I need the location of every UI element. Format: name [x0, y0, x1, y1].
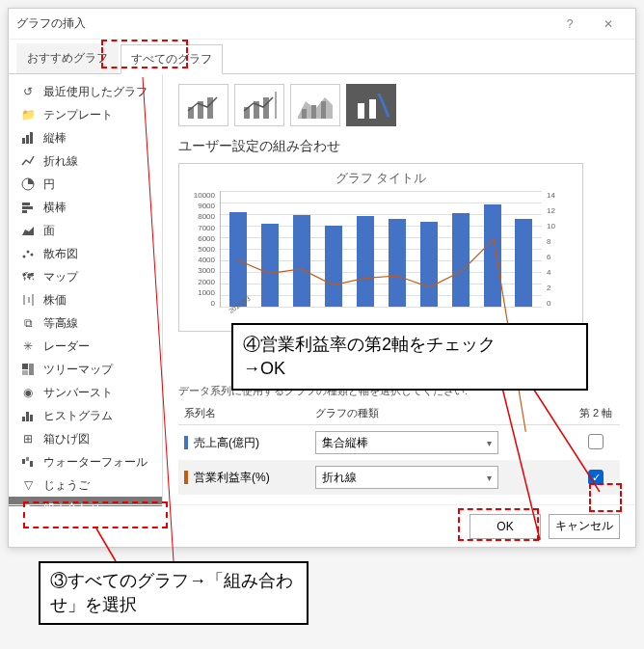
sidebar-item-radar[interactable]: ✳レーダー [9, 335, 162, 358]
subtype-combo-3[interactable] [290, 84, 340, 126]
tab-recommended[interactable]: おすすめグラフ [16, 43, 119, 73]
svg-rect-29 [263, 97, 269, 119]
map-icon: 🗺 [20, 269, 36, 284]
sidebar-item-label: テンプレート [43, 107, 113, 123]
sidebar-item-scatter[interactable]: 散布図 [9, 242, 162, 265]
subtype-selector [178, 84, 620, 126]
surface-chart-icon: ⧉ [20, 315, 36, 331]
svg-rect-34 [358, 103, 364, 119]
folder-icon: 📁 [20, 107, 36, 122]
tab-all-charts[interactable]: すべてのグラフ [121, 44, 223, 74]
svg-rect-21 [30, 461, 33, 467]
titlebar: グラフの挿入 ? ✕ [9, 9, 635, 40]
tab-bar: おすすめグラフ すべてのグラフ [9, 40, 635, 74]
sidebar-item-pie[interactable]: 円 [9, 173, 162, 196]
sidebar-item-label: ウォーターフォール [43, 454, 148, 471]
sidebar-item-boxwhisker[interactable]: ⊞箱ひげ図 [9, 427, 162, 450]
svg-rect-16 [22, 417, 25, 421]
sidebar-item-column[interactable]: 縦棒 [9, 126, 162, 149]
dialog-title: グラフの挿入 [16, 15, 550, 32]
x-axis: 2015/03 [220, 308, 542, 321]
sidebar-item-label: 株価 [43, 292, 67, 309]
annotation-step4: ④営業利益率の第2軸をチェック →OK [231, 323, 588, 391]
secondary-axis-checkbox[interactable]: ✓ [588, 470, 604, 485]
sidebar-item-label: 箱ひげ図 [43, 431, 90, 447]
sidebar-item-map[interactable]: 🗺マップ [9, 265, 162, 288]
svg-point-7 [23, 256, 26, 258]
column-chart-icon [20, 130, 36, 146]
cancel-button[interactable]: キャンセル [549, 514, 620, 539]
undo-icon: ↺ [20, 84, 36, 99]
svg-rect-31 [302, 109, 307, 119]
sidebar-item-bar[interactable]: 横棒 [9, 196, 162, 219]
svg-rect-18 [30, 415, 33, 421]
chart-type-sidebar: ↺最近使用したグラフ 📁テンプレート 縦棒 折れ線 円 横棒 面 散布図 🗺マッ… [9, 74, 163, 506]
sidebar-item-treemap[interactable]: ツリーマップ [9, 358, 162, 381]
sidebar-item-label: 折れ線 [43, 153, 78, 170]
sidebar-item-label: ヒストグラム [43, 408, 113, 424]
series-color-marker [184, 471, 188, 484]
insert-chart-dialog: グラフの挿入 ? ✕ おすすめグラフ すべてのグラフ ↺最近使用したグラフ 📁テ… [8, 8, 636, 548]
sunburst-icon: ◉ [20, 385, 36, 400]
svg-rect-6 [22, 210, 27, 213]
sidebar-item-stock[interactable]: 株価 [9, 288, 162, 311]
svg-point-9 [31, 254, 34, 257]
sidebar-item-label: サンバースト [43, 385, 113, 401]
line-chart-icon [20, 153, 36, 169]
sidebar-item-label: 縦棒 [43, 130, 67, 147]
sidebar-item-label: ツリーマップ [43, 362, 113, 378]
histogram-icon [20, 408, 36, 423]
chart-title: グラフ タイトル [187, 170, 575, 187]
treemap-icon [20, 362, 36, 377]
bar-chart-icon [20, 200, 36, 215]
area-chart-icon [20, 223, 36, 238]
plot-area [220, 191, 542, 308]
svg-rect-32 [311, 105, 316, 119]
sidebar-item-waterfall[interactable]: ウォーターフォール [9, 450, 162, 473]
help-icon[interactable]: ? [550, 11, 589, 38]
sidebar-item-funnel[interactable]: ▽じょうご [9, 473, 162, 497]
scatter-chart-icon [20, 246, 36, 261]
sidebar-item-recent[interactable]: ↺最近使用したグラフ [9, 80, 162, 103]
svg-rect-4 [22, 203, 30, 205]
svg-rect-20 [26, 457, 29, 461]
waterfall-icon [20, 454, 36, 470]
sidebar-item-sunburst[interactable]: ◉サンバースト [9, 381, 162, 404]
svg-rect-1 [26, 135, 29, 144]
svg-rect-33 [321, 101, 326, 119]
sidebar-item-label: じょうご [43, 477, 90, 494]
sidebar-item-label: 円 [43, 176, 55, 193]
svg-point-8 [27, 251, 30, 254]
y-axis-secondary: 14121086420 [544, 191, 575, 308]
annotation-step3: ③すべてのグラフ→「組み合わせ」を選択 [39, 561, 309, 625]
sidebar-item-area[interactable]: 面 [9, 219, 162, 242]
svg-rect-26 [207, 97, 213, 119]
svg-rect-15 [22, 370, 28, 375]
pie-chart-icon [20, 176, 36, 192]
subtype-combo-1[interactable] [178, 84, 228, 126]
close-icon[interactable]: ✕ [589, 11, 628, 38]
radar-chart-icon: ✳ [20, 338, 36, 354]
sidebar-item-label: 最近使用したグラフ [43, 84, 148, 100]
secondary-axis-checkbox[interactable] [588, 434, 604, 449]
series-color-marker [184, 436, 188, 449]
sidebar-item-surface[interactable]: ⧉等高線 [9, 311, 162, 335]
col-secondary-axis: 第 2 軸 [572, 402, 620, 425]
subtype-combo-2[interactable] [234, 84, 284, 126]
box-whisker-icon: ⊞ [20, 431, 36, 446]
svg-rect-19 [22, 459, 25, 464]
sidebar-item-line[interactable]: 折れ線 [9, 149, 162, 173]
sidebar-item-label: マップ [43, 269, 78, 285]
svg-rect-0 [22, 138, 25, 144]
sidebar-item-label: 面 [43, 223, 55, 239]
svg-rect-5 [22, 206, 33, 209]
ok-button[interactable]: OK [470, 514, 541, 539]
sidebar-item-template[interactable]: 📁テンプレート [9, 103, 162, 126]
subtype-combo-4[interactable] [346, 84, 396, 126]
svg-rect-14 [29, 364, 34, 375]
funnel-icon: ▽ [20, 477, 36, 493]
sidebar-item-histogram[interactable]: ヒストグラム [9, 404, 162, 427]
sidebar-item-label: 等高線 [43, 315, 78, 332]
svg-rect-17 [26, 412, 29, 421]
svg-rect-2 [30, 132, 33, 144]
